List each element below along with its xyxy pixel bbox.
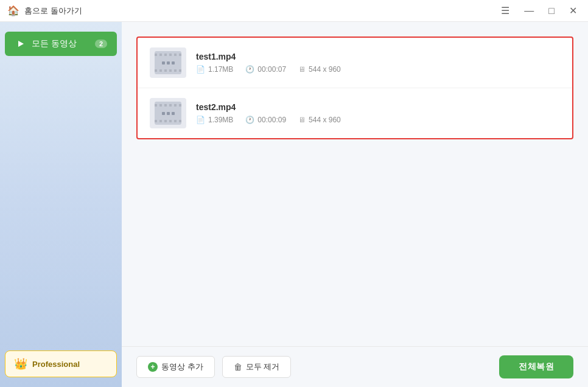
- file-info-1: test1.mp4 📄 1.17MB 🕐 00:00:07: [196, 52, 560, 74]
- settings-icon[interactable]: ☰: [497, 4, 513, 18]
- professional-label: Professional: [32, 360, 80, 369]
- restore-all-button[interactable]: 전체복원: [499, 355, 573, 378]
- crown-icon: 👑: [14, 357, 27, 371]
- file-item-1[interactable]: test1.mp4 📄 1.17MB 🕐 00:00:07: [138, 38, 572, 88]
- home-label[interactable]: 홈으로 돌아가기: [24, 5, 82, 16]
- remove-all-button[interactable]: 🗑 모두 제거: [222, 356, 292, 378]
- file-item-2[interactable]: test2.mp4 📄 1.39MB 🕐 00:00:09: [138, 88, 572, 138]
- file-size-1: 📄 1.17MB: [196, 65, 233, 74]
- file-duration-1: 🕐 00:00:07: [245, 65, 286, 74]
- item-count-badge: 2: [95, 40, 107, 48]
- play-icon: [15, 38, 27, 50]
- bottom-bar: + 동영상 추가 🗑 모두 제거 전체복원: [122, 346, 588, 387]
- file-name-2: test2.mp4: [196, 102, 560, 112]
- file-thumbnail-1: [150, 47, 186, 78]
- maximize-button[interactable]: □: [545, 4, 558, 18]
- file-icon-1: 📄: [196, 65, 205, 74]
- screen-icon-2: 🖥: [298, 116, 306, 124]
- remove-all-label: 모두 제거: [246, 361, 280, 372]
- bottom-left-buttons: + 동영상 추가 🗑 모두 제거: [136, 356, 291, 378]
- minimize-button[interactable]: —: [520, 4, 537, 18]
- file-resolution-1: 🖥 544 x 960: [298, 65, 341, 74]
- sidebar-top: 모든 동영상 2: [0, 32, 122, 56]
- file-list-box: test1.mp4 📄 1.17MB 🕐 00:00:07: [136, 37, 573, 139]
- file-list-wrapper: test1.mp4 📄 1.17MB 🕐 00:00:07: [122, 22, 588, 346]
- film-icon-2: [155, 102, 181, 125]
- file-meta-2: 📄 1.39MB 🕐 00:00:09 🖥 544 x 960: [196, 116, 560, 124]
- sidebar-item-label: 모든 동영상: [32, 38, 77, 49]
- file-resolution-2: 🖥 544 x 960: [298, 116, 341, 124]
- svg-marker-0: [18, 41, 24, 47]
- file-thumbnail-2: [150, 98, 186, 128]
- home-icon: 🏠: [7, 5, 19, 16]
- restore-label: 전체복원: [519, 361, 554, 371]
- file-duration-2: 🕐 00:00:09: [245, 116, 286, 124]
- close-button[interactable]: ✕: [565, 4, 581, 18]
- add-video-label: 동영상 추가: [161, 361, 203, 372]
- content-area: test1.mp4 📄 1.17MB 🕐 00:00:07: [122, 22, 588, 387]
- sidebar: 모든 동영상 2 👑 Professional: [0, 22, 122, 387]
- titlebar-controls: ☰ — □ ✕: [497, 4, 581, 18]
- main-layout: 모든 동영상 2 👑 Professional: [0, 22, 588, 387]
- file-size-2: 📄 1.39MB: [196, 116, 233, 124]
- file-name-1: test1.mp4: [196, 52, 560, 61]
- film-icon-1: [155, 51, 181, 74]
- trash-icon: 🗑: [234, 362, 242, 372]
- clock-icon-1: 🕐: [245, 65, 254, 74]
- file-info-2: test2.mp4 📄 1.39MB 🕐 00:00:09: [196, 102, 560, 124]
- add-video-button[interactable]: + 동영상 추가: [136, 356, 215, 378]
- plus-icon: +: [148, 362, 158, 372]
- screen-icon-1: 🖥: [298, 65, 306, 74]
- professional-button[interactable]: 👑 Professional: [5, 350, 117, 377]
- sidebar-bottom: 👑 Professional: [0, 350, 122, 377]
- sidebar-item-all-videos[interactable]: 모든 동영상 2: [5, 32, 117, 56]
- file-meta-1: 📄 1.17MB 🕐 00:00:07 🖥 544 x 960: [196, 65, 560, 74]
- clock-icon-2: 🕐: [245, 116, 254, 124]
- file-icon-2: 📄: [196, 116, 205, 124]
- titlebar: 🏠 홈으로 돌아가기 ☰ — □ ✕: [0, 0, 588, 22]
- titlebar-left: 🏠 홈으로 돌아가기: [7, 5, 82, 16]
